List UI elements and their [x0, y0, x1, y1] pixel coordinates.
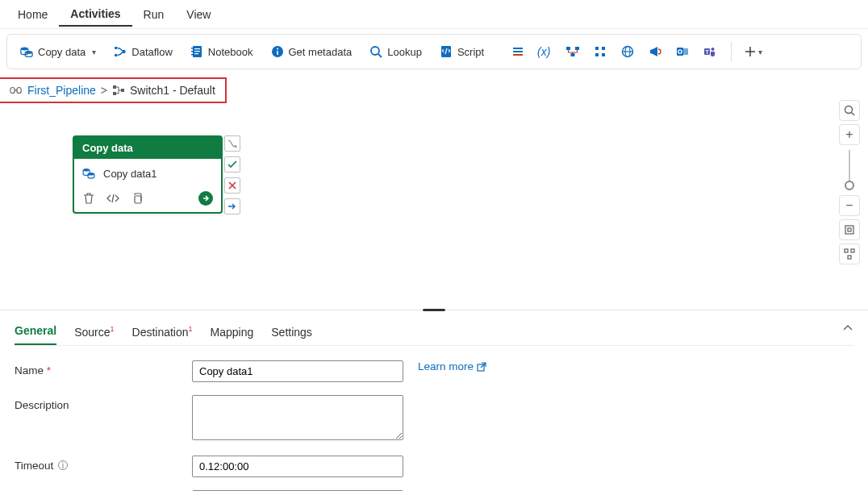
fit-screen-button[interactable]	[839, 219, 860, 240]
toolbar-icon-megaphone[interactable]	[645, 42, 665, 61]
lookup-button[interactable]: Lookup	[365, 42, 427, 61]
breadcrumb-root[interactable]: First_Pipeline	[27, 84, 96, 97]
tab-settings[interactable]: Settings	[271, 321, 312, 345]
breadcrumb-current: Switch1 - Default	[130, 84, 215, 97]
notebook-button[interactable]: Notebook	[186, 42, 258, 61]
svg-rect-45	[121, 89, 124, 92]
delete-icon[interactable]	[82, 192, 95, 205]
tab-destination-label: Destination	[132, 326, 189, 339]
properties-panel: General Source1 Destination1 Mapping Set…	[0, 316, 868, 491]
toolbar-icon-outlook[interactable]	[673, 42, 692, 61]
svg-rect-10	[191, 51, 193, 52]
zoom-in-button[interactable]: +	[839, 124, 860, 145]
copy-icon[interactable]	[131, 192, 144, 205]
svg-rect-28	[602, 53, 605, 56]
svg-rect-48	[135, 196, 141, 203]
pipeline-icon	[10, 84, 23, 97]
tab-home[interactable]: Home	[6, 3, 59, 26]
port-success[interactable]	[224, 156, 240, 173]
svg-rect-43	[113, 85, 116, 89]
toolbar-icon-pipeline[interactable]	[563, 42, 582, 61]
toolbar-icon-list[interactable]	[508, 42, 528, 61]
copy-data-icon	[82, 167, 95, 180]
toolbar-icon-globe[interactable]	[618, 42, 637, 61]
learn-more-link[interactable]: Learn more	[418, 360, 486, 372]
name-input[interactable]	[192, 360, 403, 382]
svg-rect-22	[566, 47, 570, 50]
zoom-slider[interactable]	[849, 150, 850, 190]
external-link-icon	[477, 362, 486, 372]
destination-error-badge: 1	[189, 325, 193, 333]
activities-toolbar: Copy data ▾ Dataflow Notebook Get metada…	[6, 34, 862, 69]
code-icon[interactable]	[106, 192, 119, 205]
collapse-panel-icon[interactable]	[842, 322, 853, 334]
svg-point-14	[277, 48, 278, 50]
chevron-down-icon: ▾	[92, 48, 96, 56]
zoom-out-button[interactable]: −	[839, 195, 860, 216]
svg-rect-20	[513, 54, 523, 56]
go-arrow-icon[interactable]	[198, 191, 213, 206]
tab-activities[interactable]: Activities	[59, 2, 131, 27]
breadcrumb-container: First_Pipeline > Switch1 - Default	[3, 81, 222, 100]
row-description: Description	[15, 395, 853, 443]
svg-point-49	[845, 106, 853, 114]
svg-point-46	[83, 169, 90, 171]
svg-point-15	[371, 47, 379, 55]
general-form: Name * Learn more Description Timeout i …	[15, 346, 853, 491]
activity-name: Copy data1	[103, 168, 157, 180]
zoom-controls: + −	[837, 100, 862, 264]
zoom-handle[interactable]	[845, 181, 854, 190]
svg-rect-44	[113, 92, 116, 95]
activity-card-body: Copy data1	[74, 159, 221, 188]
get-metadata-button[interactable]: Get metadata	[266, 42, 357, 61]
copy-data-icon	[20, 45, 33, 58]
description-label: Description	[15, 395, 192, 411]
tab-run[interactable]: Run	[132, 3, 176, 26]
script-button[interactable]: Script	[435, 42, 489, 61]
port-fail[interactable]	[224, 177, 240, 193]
svg-rect-19	[513, 51, 523, 52]
port-skip[interactable]	[224, 135, 240, 152]
canvas-search-button[interactable]	[839, 100, 860, 121]
tab-general[interactable]: General	[15, 319, 56, 345]
activity-ports	[224, 135, 242, 214]
tab-destination[interactable]: Destination1	[132, 321, 193, 345]
activity-card-header: Copy data	[74, 137, 221, 159]
info-icon	[271, 45, 284, 58]
timeout-label: Timeout i	[15, 456, 192, 472]
notebook-icon	[190, 45, 203, 58]
tab-view[interactable]: View	[175, 3, 222, 26]
svg-line-16	[378, 54, 382, 57]
toolbar-icon-align[interactable]	[590, 42, 610, 61]
description-input[interactable]	[192, 395, 403, 440]
add-activity-button[interactable]: ▾	[743, 42, 762, 61]
pipeline-canvas[interactable]: Copy data Copy data1	[0, 100, 868, 310]
port-completion[interactable]	[224, 198, 240, 214]
toolbar-icon-teams[interactable]: T	[700, 42, 720, 61]
svg-line-50	[852, 113, 855, 116]
copy-data-button[interactable]: Copy data ▾	[15, 42, 101, 61]
dataflow-button[interactable]: Dataflow	[109, 42, 177, 61]
panel-resize-handle[interactable]	[0, 310, 868, 316]
copy-data-activity[interactable]: Copy data Copy data1	[73, 135, 223, 214]
tab-mapping[interactable]: Mapping	[211, 321, 254, 345]
svg-rect-53	[845, 249, 848, 252]
name-label: Name *	[15, 360, 192, 377]
svg-rect-34	[683, 48, 688, 55]
toolbar-icon-variable[interactable]: (x)	[536, 42, 555, 61]
svg-rect-51	[845, 226, 853, 234]
svg-text:(x): (x)	[537, 45, 550, 58]
svg-point-0	[21, 47, 28, 50]
toolbar-separator	[731, 42, 732, 61]
tab-source[interactable]: Source1	[74, 321, 114, 345]
svg-rect-23	[575, 47, 579, 50]
info-icon[interactable]: i	[58, 460, 68, 470]
learn-more-label: Learn more	[418, 360, 474, 372]
activity-card-actions	[74, 188, 221, 212]
tab-source-label: Source	[74, 326, 110, 339]
svg-rect-27	[595, 53, 599, 56]
timeout-input[interactable]	[192, 456, 403, 477]
copy-data-label: Copy data	[38, 46, 86, 58]
lookup-label: Lookup	[387, 46, 422, 58]
auto-layout-button[interactable]	[839, 243, 860, 264]
